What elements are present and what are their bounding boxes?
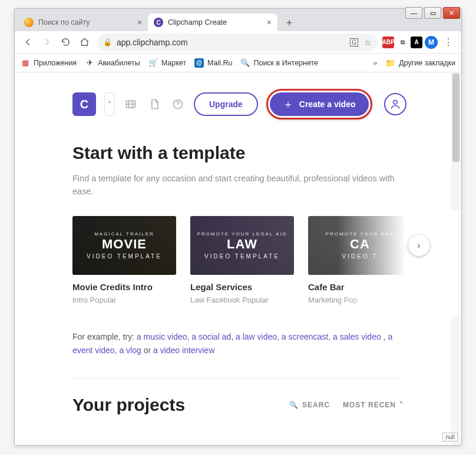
forward-button[interactable] bbox=[38, 34, 55, 51]
example-link-interview[interactable]: a video interview bbox=[153, 346, 214, 355]
template-tags: Intro Popular bbox=[72, 295, 176, 304]
bookmark-label: Маркет bbox=[161, 59, 186, 67]
search-icon: 🔍 bbox=[289, 401, 299, 409]
bookmark-flights[interactable]: ✈ Авиабилеты bbox=[85, 58, 140, 68]
reload-button[interactable] bbox=[57, 34, 74, 51]
template-card-movie[interactable]: MAGICAL TRAILER MOVIE VIDEO TEMPLATE Mov… bbox=[72, 216, 176, 304]
page-content: C ˅ Upgrade ＋ Create a video bbox=[15, 72, 461, 415]
bookmark-label: Поиск в Интернете bbox=[253, 59, 318, 67]
plane-icon: ✈ bbox=[85, 58, 94, 68]
templates-subheading: Find a template for any occasion and sta… bbox=[72, 172, 402, 198]
projects-header: Your projects 🔍 SEARC MOST RECEN ˅ bbox=[72, 395, 404, 415]
bookmark-mailru[interactable]: @ Mail.Ru bbox=[194, 58, 232, 68]
translate-icon[interactable]: 🄶 bbox=[350, 38, 358, 47]
browser-window: — ▭ ✕ Поиск по сайту × C Clipchamp Creat… bbox=[14, 8, 462, 446]
account-button[interactable] bbox=[384, 93, 406, 115]
profile-avatar[interactable]: M bbox=[425, 36, 438, 49]
bookmark-star-icon[interactable]: ☆ bbox=[364, 38, 372, 47]
create-video-button[interactable]: ＋ Create a video bbox=[270, 92, 369, 116]
scrollbar-thumb[interactable] bbox=[452, 74, 460, 162]
template-name: Movie Credits Intro bbox=[72, 282, 176, 292]
templates-heading: Start with a template bbox=[72, 143, 404, 163]
template-tags: Law Facebook Popular bbox=[190, 295, 294, 304]
templates-next-button[interactable]: › bbox=[408, 235, 429, 256]
bookmark-websearch[interactable]: 🔍 Поиск в Интернете bbox=[240, 58, 318, 68]
template-card-cafe[interactable]: PROMOTE YOUR BAR CA VIDEO T Cafe Bar Mar… bbox=[308, 216, 412, 304]
templates-section: Start with a template Find a template fo… bbox=[15, 119, 461, 415]
bookmark-label: Другие закладки bbox=[399, 59, 455, 67]
section-divider bbox=[72, 378, 404, 378]
favicon-clipchamp-icon: C bbox=[154, 18, 163, 27]
folder-icon: 📁 bbox=[385, 58, 395, 68]
upgrade-button[interactable]: Upgrade bbox=[194, 92, 258, 116]
cart-icon: 🛒 bbox=[148, 58, 158, 68]
tab-close-icon[interactable]: × bbox=[137, 18, 142, 26]
vertical-scrollbar[interactable] bbox=[451, 72, 461, 445]
tab-active[interactable]: C Clipchamp Create × bbox=[148, 14, 277, 31]
maximize-button[interactable]: ▭ bbox=[424, 7, 441, 19]
projects-search-label: SEARC bbox=[302, 401, 330, 409]
omnibox-actions: 🄶 ☆ bbox=[350, 38, 372, 47]
template-thumb: PROMOTE YOUR LEGAL AID LAW VIDEO TEMPLAT… bbox=[190, 216, 294, 275]
page-viewport: C ˅ Upgrade ＋ Create a video bbox=[15, 72, 461, 445]
create-video-highlight: ＋ Create a video bbox=[266, 89, 372, 119]
mailru-icon: @ bbox=[194, 58, 204, 68]
logo-dropdown-icon[interactable]: ˅ bbox=[104, 92, 115, 116]
example-link-screencast[interactable]: a screencast bbox=[282, 332, 328, 341]
search-icon: 🔍 bbox=[240, 58, 250, 68]
app-header: C ˅ Upgrade ＋ Create a video bbox=[15, 89, 461, 119]
projects-sort-label: MOST RECEN bbox=[343, 401, 396, 409]
template-thumb: PROMOTE YOUR BAR CA VIDEO T bbox=[308, 216, 412, 275]
bookmarks-bar: ▦ Приложения ✈ Авиабилеты 🛒 Маркет @ Mai… bbox=[15, 54, 461, 72]
video-library-icon[interactable] bbox=[123, 97, 138, 112]
url-text: app.clipchamp.com bbox=[117, 38, 188, 47]
projects-search-button[interactable]: 🔍 SEARC bbox=[289, 401, 330, 409]
adblock-extension-icon[interactable]: ABP bbox=[382, 36, 394, 48]
chrome-menu-button[interactable]: ⋮ bbox=[440, 34, 457, 51]
example-link-music[interactable]: a music video bbox=[137, 332, 187, 341]
bookmarks-overflow-icon[interactable]: » bbox=[373, 59, 377, 67]
pdf-extension-icon[interactable]: A bbox=[411, 36, 422, 48]
example-link-law[interactable]: a law video bbox=[236, 332, 277, 341]
bookmark-label: Приложения bbox=[34, 59, 77, 67]
bookmark-label: Mail.Ru bbox=[207, 59, 232, 67]
browser-toolbar: 🔒 app.clipchamp.com 🄶 ☆ ABP ⧉ A M ⋮ bbox=[15, 31, 461, 54]
address-bar[interactable]: 🔒 app.clipchamp.com 🄶 ☆ bbox=[97, 34, 378, 51]
example-links-row: For example, try: a music video, a socia… bbox=[72, 330, 404, 358]
tab-title: Поиск по сайту bbox=[38, 18, 90, 26]
chevron-down-icon: ˅ bbox=[399, 401, 404, 409]
window-controls: — ▭ ✕ bbox=[405, 7, 460, 19]
plus-icon: ＋ bbox=[283, 97, 293, 111]
example-link-vlog[interactable]: a vlog bbox=[119, 346, 141, 355]
tab-close-icon[interactable]: × bbox=[267, 18, 272, 26]
new-tab-button[interactable]: + bbox=[281, 15, 298, 31]
close-window-button[interactable]: ✕ bbox=[443, 7, 460, 19]
template-thumb: MAGICAL TRAILER MOVIE VIDEO TEMPLATE bbox=[72, 216, 176, 275]
clipchamp-logo[interactable]: C bbox=[72, 92, 96, 116]
projects-sort-button[interactable]: MOST RECEN ˅ bbox=[343, 401, 404, 409]
extension-icon[interactable]: ⧉ bbox=[396, 36, 408, 48]
example-link-social[interactable]: a social ad bbox=[191, 332, 231, 341]
favicon-orange-icon bbox=[24, 18, 34, 27]
bookmark-apps[interactable]: ▦ Приложения bbox=[21, 58, 77, 68]
projects-heading: Your projects bbox=[72, 395, 185, 415]
file-icon[interactable] bbox=[147, 97, 162, 112]
tab-inactive[interactable]: Поиск по сайту × bbox=[18, 14, 148, 31]
bookmark-other-folder[interactable]: 📁 Другие закладки bbox=[385, 58, 455, 68]
template-card-law[interactable]: PROMOTE YOUR LEGAL AID LAW VIDEO TEMPLAT… bbox=[190, 216, 294, 304]
lock-icon: 🔒 bbox=[103, 38, 112, 47]
bookmark-label: Авиабилеты bbox=[98, 59, 140, 67]
apps-grid-icon: ▦ bbox=[21, 58, 30, 68]
upgrade-label: Upgrade bbox=[209, 99, 243, 109]
home-button[interactable] bbox=[76, 34, 92, 51]
create-video-label: Create a video bbox=[299, 99, 356, 109]
help-icon[interactable] bbox=[170, 97, 186, 112]
back-button[interactable] bbox=[19, 34, 36, 51]
tab-strip: Поиск по сайту × C Clipchamp Create × + bbox=[15, 9, 461, 31]
svg-point-2 bbox=[393, 100, 397, 104]
minimize-button[interactable]: — bbox=[405, 7, 422, 19]
templates-row: MAGICAL TRAILER MOVIE VIDEO TEMPLATE Mov… bbox=[72, 216, 404, 304]
examples-prefix: For example, try: bbox=[72, 332, 137, 341]
example-link-sales[interactable]: a sales video bbox=[333, 332, 381, 341]
bookmark-market[interactable]: 🛒 Маркет bbox=[148, 58, 186, 68]
